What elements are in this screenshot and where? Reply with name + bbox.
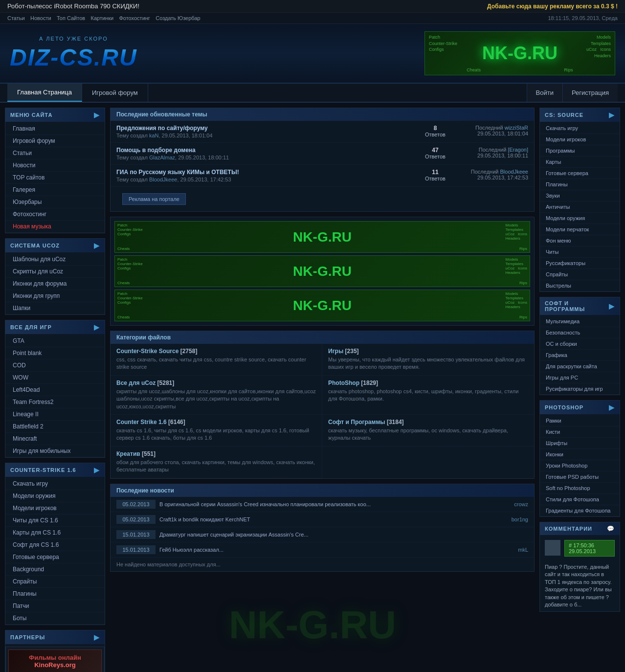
sidebar-item-lineage[interactable]: Lineage II — [5, 408, 105, 421]
css-glovemodels[interactable]: Модели перчаток — [540, 224, 620, 235]
nav-link-news[interactable]: Новости — [30, 15, 51, 21]
topic-row: ГИА по Русскому языку КИМы и ОТВЕТЫ! Тем… — [111, 165, 534, 187]
mini-banner-2[interactable]: PatchCounter-StrikeConfigs NK-G.RU Model… — [114, 255, 530, 287]
css-playermodels[interactable]: Модели игроков — [540, 134, 620, 145]
nav-link-userbar[interactable]: Создать Юзербар — [156, 15, 200, 21]
header-banner[interactable]: Patch Counter-Strike Configs Models Temp… — [424, 31, 615, 75]
sidebar-item-pointblank[interactable]: Point blank — [5, 347, 105, 359]
soft-multimedia[interactable]: Мультимедиа — [540, 316, 620, 327]
sidebar-item-cs16-cheats[interactable]: Читы для CS 1.6 — [5, 515, 105, 527]
css-cheats[interactable]: Читы — [540, 246, 620, 258]
ps-styles[interactable]: Стили для Фотошопа — [540, 494, 620, 505]
nav-link-topsites[interactable]: Топ Сайтов — [57, 15, 85, 21]
tab-home[interactable]: Главная Страница — [7, 84, 82, 102]
partners-arrow-icon: ▶ — [94, 633, 100, 641]
login-button[interactable]: Войти — [527, 84, 562, 102]
ps-fonts[interactable]: Шрифты — [540, 438, 620, 449]
css-weaponmodels[interactable]: Модели оружия — [540, 213, 620, 224]
sidebar-item-minecraft[interactable]: Minecraft — [5, 433, 105, 445]
sidebar-item-teamfortress[interactable]: Team Fortress2 — [5, 396, 105, 408]
sidebar-item-cod[interactable]: COD — [5, 359, 105, 372]
css-anticheat[interactable]: Античиты — [540, 202, 620, 213]
ps-gradients[interactable]: Градиенты для Фотошопа — [540, 505, 620, 516]
nav-link-images[interactable]: Картинки — [90, 15, 113, 21]
sidebar-item-cs16-plugins[interactable]: Плагины — [5, 588, 105, 600]
topic-title-3[interactable]: ГИА по Русскому языку КИМы и ОТВЕТЫ! — [116, 169, 416, 176]
comment-timestamp: # 17:50:36 29.05.2013 — [564, 540, 615, 557]
nk-logo: NK-G.RU — [482, 43, 558, 64]
sidebar-item-battlefield[interactable]: Battlefield 2 — [5, 421, 105, 433]
partner-banner[interactable]: Фильмы онлайнKinoReys.org — [5, 647, 105, 672]
css-shots[interactable]: Выстрелы — [540, 280, 620, 291]
sidebar-item-mobilegames[interactable]: Игры для мобильных — [5, 445, 105, 457]
sidebar-item-cs16-background[interactable]: Background — [5, 563, 105, 576]
sidebar-item-cs16-patches[interactable]: Патчи — [5, 600, 105, 612]
ps-tutorials[interactable]: Уроки Photoshop — [540, 460, 620, 471]
css-maps[interactable]: Карты — [540, 157, 620, 168]
comment-avatar — [545, 540, 560, 556]
sidebar-item-cs16-maps[interactable]: Карты для CS 1.6 — [5, 527, 105, 539]
sidebar-item-ucoz-templates[interactable]: Шаблоны для uCoz — [5, 253, 105, 266]
topic-title-1[interactable]: Предложения по сайту/форуму — [116, 125, 416, 132]
css-servers[interactable]: Готовые сервера — [540, 168, 620, 179]
soft-promo[interactable]: Для раскрутки сайта — [540, 361, 620, 372]
css-download[interactable]: Скачать игру — [540, 123, 620, 134]
ad-button[interactable]: Реклама на портале — [122, 193, 186, 205]
sidebar-item-topsites[interactable]: TOP сайтов — [5, 172, 105, 184]
left-sidebar: МЕНЮ САЙТА ▶ Главная Игровой форум Стать… — [5, 108, 105, 672]
ps-icons[interactable]: Иконки — [540, 449, 620, 460]
ps-brushes[interactable]: Кисти — [540, 426, 620, 438]
photoshop-arrow-icon: ▶ — [609, 403, 615, 411]
sidebar-item-news[interactable]: Новости — [5, 159, 105, 172]
sidebar-item-cs16-bots[interactable]: Боты — [5, 612, 105, 625]
css-sprites[interactable]: Спрайты — [540, 269, 620, 280]
css-sounds[interactable]: Звуки — [540, 190, 620, 202]
menu-section: МЕНЮ САЙТА ▶ Главная Игровой форум Стать… — [5, 108, 105, 233]
no-materials: Не найдено материалов доступных для... — [111, 558, 534, 571]
soft-pcgames[interactable]: Игры для PC — [540, 372, 620, 383]
sidebar-item-ucoz-forumicons[interactable]: Иконки для форума — [5, 278, 105, 290]
sidebar-item-cs16-download[interactable]: Скачать игру — [5, 478, 105, 490]
category-creative: Креатив [551] обои для рабочего стола, с… — [111, 447, 322, 478]
sidebar-item-gallery[interactable]: Галерея — [5, 184, 105, 196]
nav-link-articles[interactable]: Статьи — [7, 15, 25, 21]
soft-os[interactable]: ОС и сборки — [540, 338, 620, 350]
sidebar-item-ucoz-scripts[interactable]: Скрипты для uCoz — [5, 266, 105, 278]
comments-header: КОММЕНТАРИИ 💬 — [540, 522, 620, 535]
mini-banner-3[interactable]: PatchCounter-StrikeConfigs NK-G.RU Model… — [114, 290, 530, 321]
css-programs[interactable]: Программы — [540, 145, 620, 157]
sidebar-item-cs16-servers[interactable]: Готовые сервера — [5, 551, 105, 563]
topic-title-2[interactable]: Помощь в подборе домена — [116, 147, 416, 154]
sidebar-item-ucoz-headers[interactable]: Шапки — [5, 302, 105, 314]
ps-psd[interactable]: Готовые PSD работы — [540, 471, 620, 483]
soft-security[interactable]: Безопасность — [540, 327, 620, 338]
sidebar-item-left4dead[interactable]: Left4Dead — [5, 384, 105, 396]
soft-graphics[interactable]: Графика — [540, 350, 620, 361]
sidebar-item-articles[interactable]: Статьи — [5, 147, 105, 159]
sidebar-item-cs16-models[interactable]: Модели оружия — [5, 490, 105, 502]
sidebar-item-cs16-sprites[interactable]: Спрайты — [5, 576, 105, 588]
logo-area: А ЛЕТО УЖЕ СКОРО DIZ-CS.RU — [10, 36, 137, 71]
css-menubackground[interactable]: Фон меню — [540, 235, 620, 246]
forum-topics-block: Последние обновленные темы Предложения п… — [110, 108, 535, 212]
soft-localizers[interactable]: Русификаторы для игр — [540, 383, 620, 395]
sidebar-item-forum[interactable]: Игровой форум — [5, 135, 105, 147]
sidebar-item-ucoz-groupicons[interactable]: Иконки для групп — [5, 290, 105, 302]
register-button[interactable]: Регистрация — [562, 84, 618, 102]
soft-section-header: СОФТ И ПРОГРАММЫ ▶ — [540, 297, 620, 315]
mini-banner-1[interactable]: PatchCounter-StrikeConfigs NK-G.RU Model… — [114, 221, 530, 253]
tab-forum[interactable]: Игровой форум — [82, 84, 148, 102]
nav-link-photohosting[interactable]: Фотохостинг — [119, 15, 150, 21]
sidebar-item-wow[interactable]: WOW — [5, 372, 105, 384]
ps-frames[interactable]: Рамки — [540, 415, 620, 426]
sidebar-item-userbars[interactable]: Юзербары — [5, 196, 105, 208]
sidebar-item-cs16-soft[interactable]: Софт для CS 1.6 — [5, 539, 105, 551]
sidebar-item-cs16-players[interactable]: Модели игроков — [5, 502, 105, 515]
sidebar-item-photohosting[interactable]: Фотохостинг — [5, 208, 105, 221]
sidebar-item-newmusic[interactable]: Новая музыка — [5, 221, 105, 233]
css-localizations[interactable]: Руссификаторы — [540, 258, 620, 269]
css-plugins[interactable]: Плагины — [540, 179, 620, 190]
ps-softno[interactable]: Soft no Photoshop — [540, 483, 620, 494]
sidebar-item-gta[interactable]: GTA — [5, 335, 105, 347]
sidebar-item-home[interactable]: Главная — [5, 123, 105, 135]
